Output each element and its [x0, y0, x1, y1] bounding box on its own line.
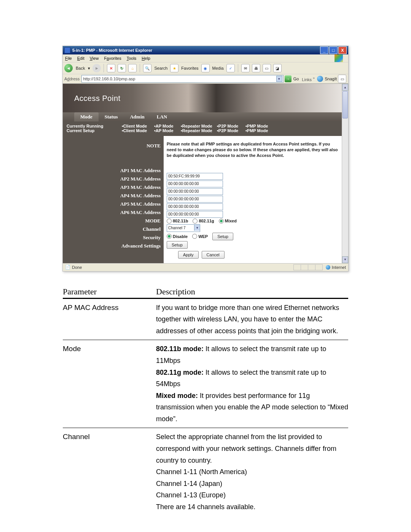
history-button[interactable]: ✓	[226, 64, 235, 72]
radio-wep[interactable]	[192, 234, 197, 239]
tab-bar: Mode Status Admin LAN	[63, 112, 342, 121]
page-icon: 📄	[65, 265, 70, 270]
favorites-icon[interactable]: ★	[170, 64, 178, 72]
search-icon[interactable]: 🔍	[143, 64, 151, 72]
windows-flag-icon	[335, 54, 343, 62]
back-label[interactable]: Back	[76, 66, 85, 70]
ap6-input[interactable]: 00:00:00:00:00:00	[167, 211, 223, 218]
ap3-input[interactable]: 00:00:00:00:00:00	[167, 188, 223, 195]
tab-mode[interactable]: Mode	[74, 112, 99, 121]
ap5-input[interactable]: 00:00:00:00:00:00	[167, 203, 223, 210]
menu-file[interactable]: File	[65, 56, 72, 61]
go-label[interactable]: Go	[293, 77, 299, 81]
advanced-setup-button[interactable]: Setup	[167, 241, 188, 249]
print-button[interactable]: 🖶	[252, 64, 260, 72]
favorites-label[interactable]: Favorites	[181, 66, 198, 70]
tab-status[interactable]: Status	[99, 112, 124, 121]
table-row: Channel Select the appropriate channel f…	[63, 428, 348, 516]
menu-tools[interactable]: Tools	[127, 56, 137, 61]
mail-button[interactable]: ✉	[241, 64, 250, 72]
radio-mixed[interactable]	[219, 219, 224, 224]
ap4-input[interactable]: 00:00:00:00:00:00	[167, 196, 223, 203]
menu-view[interactable]: View	[90, 56, 99, 61]
address-input[interactable]: http://192.168.0.10/pmp.asp	[81, 75, 283, 83]
link-client-mode[interactable]: •Client Mode	[122, 128, 154, 133]
content-area: Access Point Mode Status Admin LAN Curre…	[63, 84, 348, 263]
status-bar: 📄 Done Internet	[63, 263, 348, 271]
media-icon[interactable]: ◉	[201, 64, 210, 72]
mode-summary: Currently Running Current Setup •Client …	[63, 121, 342, 136]
links-label[interactable]: Links »	[302, 76, 315, 82]
back-button[interactable]: ◄	[64, 64, 73, 72]
refresh-button[interactable]: ↻	[118, 64, 126, 72]
ap2-input[interactable]: 00:00:00:00:00:00	[167, 181, 223, 187]
snagit-extra-icon[interactable]: ▭	[338, 75, 346, 83]
param-desc: Select the appropriate channel from the …	[156, 431, 348, 513]
minimize-button[interactable]: _	[320, 46, 328, 54]
edit-button[interactable]: ▭	[263, 64, 271, 72]
menu-help[interactable]: Help	[142, 56, 150, 61]
scroll-up-icon[interactable]: ▲	[342, 84, 348, 91]
close-button[interactable]: X	[338, 46, 347, 54]
search-label[interactable]: Search	[154, 66, 167, 70]
toolbar: ◄ Back ▾ ► ✕ ↻ ⌂ 🔍 Search ★ Favorites ◉ …	[63, 62, 348, 74]
ie-icon	[64, 47, 70, 53]
link-client-mode[interactable]: •Client Mode	[122, 124, 154, 128]
back-dropdown-icon[interactable]: ▾	[88, 66, 90, 71]
titlebar: 5-in-1: PMP - Microsoft Internet Explore…	[63, 46, 348, 54]
snagit-label[interactable]: SnagIt	[325, 77, 337, 81]
security-setup-button[interactable]: Setup	[212, 233, 233, 240]
home-button[interactable]: ⌂	[128, 64, 137, 72]
table-header: Parameter Description	[63, 287, 348, 299]
link-repeater-mode[interactable]: •Repeater Mode	[181, 124, 217, 128]
forward-button[interactable]: ►	[92, 64, 101, 72]
maximize-button[interactable]: □	[329, 46, 338, 54]
header-description: Description	[156, 287, 195, 297]
snagit-icon[interactable]	[317, 76, 323, 82]
go-button[interactable]: →	[285, 75, 292, 82]
tab-lan[interactable]: LAN	[151, 112, 173, 121]
internet-zone-icon	[326, 265, 330, 270]
ap2-label: AP2 MAC Address	[63, 175, 164, 183]
link-pmp-mode[interactable]: •PMP Mode	[245, 124, 276, 128]
param-desc: If you want to bridge more than one wire…	[156, 302, 348, 337]
discuss-button[interactable]: ◪	[273, 64, 282, 72]
channel-select[interactable]: Channel 7	[167, 224, 200, 232]
apply-button[interactable]: Apply	[178, 251, 199, 259]
link-p2p-mode[interactable]: •P2P Mode	[217, 128, 245, 133]
status-segments	[293, 264, 323, 270]
window-title: 5-in-1: PMP - Microsoft Internet Explore…	[72, 48, 319, 53]
link-ap-mode[interactable]: •AP Mode	[154, 124, 181, 128]
link-repeater-mode[interactable]: •Repeater Mode	[181, 128, 217, 133]
ap1-input[interactable]: 00:50:FC:99:99:99	[167, 173, 223, 180]
link-pmp-mode[interactable]: •PMP Mode	[245, 128, 276, 133]
currently-running-label: Currently Running	[67, 124, 122, 128]
scrollbar[interactable]: ▲ ▼	[342, 84, 348, 263]
tab-admin[interactable]: Admin	[124, 112, 150, 121]
link-p2p-mode[interactable]: •P2P Mode	[217, 124, 245, 128]
menu-edit[interactable]: Edit	[77, 56, 84, 61]
address-label: Address	[64, 77, 80, 81]
mode-label: MODE	[63, 217, 164, 225]
media-label[interactable]: Media	[212, 66, 224, 70]
labels-column: NOTE AP1 MAC Address AP2 MAC Address AP3…	[63, 136, 164, 263]
radio-disable[interactable]	[167, 234, 172, 239]
radio-80211b[interactable]	[167, 219, 172, 224]
cancel-button[interactable]: Cancel	[202, 251, 225, 259]
stop-button[interactable]: ✕	[107, 64, 115, 72]
param-name: Mode	[63, 343, 156, 425]
ie-window: 5-in-1: PMP - Microsoft Internet Explore…	[62, 46, 349, 272]
radio-80211g[interactable]	[193, 219, 198, 224]
scroll-down-icon[interactable]: ▼	[342, 256, 348, 263]
separator	[140, 64, 140, 72]
scroll-thumb[interactable]	[342, 91, 348, 118]
link-ap-mode[interactable]: •AP Mode	[154, 128, 181, 133]
ap5-label: AP5 MAC Address	[63, 200, 164, 208]
security-label: Security	[63, 233, 164, 242]
menubar: File Edit View Favorites Tools Help	[63, 54, 348, 62]
address-bar: Address http://192.168.0.10/pmp.asp → Go…	[63, 74, 348, 84]
ap4-label: AP4 MAC Address	[63, 192, 164, 200]
note-label: NOTE	[63, 136, 164, 156]
table-row: AP MAC Address If you want to bridge mor…	[63, 299, 348, 340]
menu-favorites[interactable]: Favorites	[104, 56, 121, 61]
